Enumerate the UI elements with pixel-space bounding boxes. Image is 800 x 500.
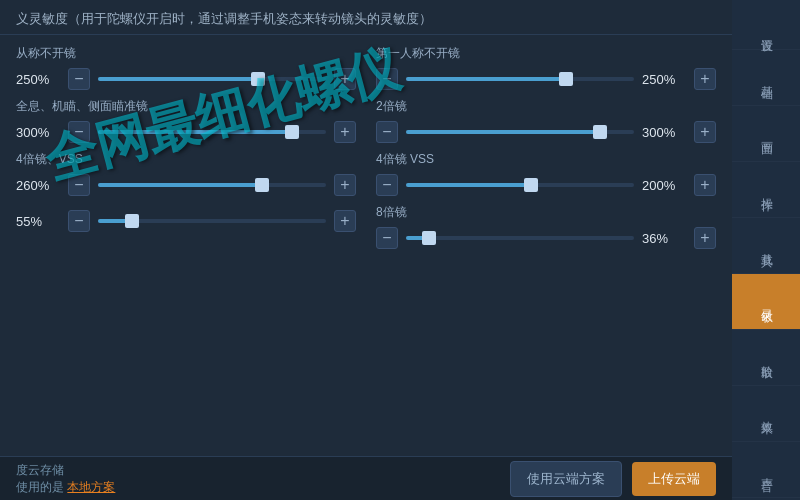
slider-plus-full-scope[interactable]: +	[334, 121, 356, 143]
slider-thumb[interactable]	[255, 178, 269, 192]
slider-minus-4x-left[interactable]: −	[68, 174, 90, 196]
local-plan-prefix: 使用的是	[16, 480, 64, 494]
description-text: 义灵敏度（用于陀螺仪开启时，通过调整手机姿态来转动镜头的灵敏度）	[16, 11, 432, 26]
slider-value-full-scope: 300%	[16, 125, 60, 140]
slider-thumb[interactable]	[125, 214, 139, 228]
slider-plus-8x[interactable]: +	[694, 227, 716, 249]
slider-group-8x: 8倍镜 − 36% +	[376, 204, 716, 249]
slider-group-4x-left: 4倍镜、VSS 260% − +	[16, 151, 356, 196]
sidebar-item-sensitivity[interactable]: 灵敏	[732, 274, 800, 330]
slider-group-third-person: 从称不开镜 250% − +	[16, 45, 356, 90]
slider-fill	[98, 130, 292, 134]
slider-thumb[interactable]	[285, 125, 299, 139]
slider-track-bottom-left[interactable]	[98, 212, 326, 230]
slider-track-bg	[406, 236, 634, 240]
slider-group-2x: 2倍镜 − 300% +	[376, 98, 716, 143]
slider-value-4x-right: 200%	[642, 178, 686, 193]
local-plan-link[interactable]: 本地方案	[67, 480, 115, 494]
slider-track-bg	[98, 77, 326, 81]
slider-row-4x-left: 260% − +	[16, 174, 356, 196]
sidebar-item-controls[interactable]: 操作	[732, 162, 800, 218]
slider-plus-third-person[interactable]: +	[334, 68, 356, 90]
slider-track-first-person[interactable]	[406, 70, 634, 88]
slider-minus-full-scope[interactable]: −	[68, 121, 90, 143]
slider-fill	[406, 183, 531, 187]
slider-row-third-person: 250% − +	[16, 68, 356, 90]
slider-thumb[interactable]	[251, 72, 265, 86]
slider-track-8x[interactable]	[406, 229, 634, 247]
slider-label-4x-left: 4倍镜、VSS	[16, 151, 356, 168]
slider-plus-4x-right[interactable]: +	[694, 174, 716, 196]
slider-label-8x: 8倍镜	[376, 204, 716, 221]
slider-label-first-person: 第一人称不开镜	[376, 45, 716, 62]
storage-label: 度云存储	[16, 463, 64, 477]
slider-value-third-person: 250%	[16, 72, 60, 87]
slider-fill	[98, 183, 262, 187]
slider-label-third-person: 从称不开镜	[16, 45, 356, 62]
footer-storage-info: 度云存储 使用的是 本地方案	[16, 462, 500, 496]
slider-thumb[interactable]	[422, 231, 436, 245]
slider-row-8x: − 36% +	[376, 227, 716, 249]
sidebar-item-effects[interactable]: 效果	[732, 386, 800, 442]
slider-group-4x-right: 4倍镜 VSS − 200% +	[376, 151, 716, 196]
slider-minus-first-person[interactable]: −	[376, 68, 398, 90]
slider-row-2x: − 300% +	[376, 121, 716, 143]
slider-label-4x-right: 4倍镜 VSS	[376, 151, 716, 168]
slider-minus-2x[interactable]: −	[376, 121, 398, 143]
cloud-use-button[interactable]: 使用云端方案	[510, 461, 622, 497]
slider-minus-8x[interactable]: −	[376, 227, 398, 249]
slider-track-4x-left[interactable]	[98, 176, 326, 194]
sidebar-item-basic[interactable]: 基础	[732, 50, 800, 106]
slider-group-bottom-left: 55% − +	[16, 204, 356, 249]
footer: 度云存储 使用的是 本地方案 使用云端方案 上传云端	[0, 456, 732, 500]
slider-track-2x[interactable]	[406, 123, 634, 141]
slider-group-full-scope: 全息、机瞄、侧面瞄准镜 300% − +	[16, 98, 356, 143]
slider-track-4x-right[interactable]	[406, 176, 634, 194]
slider-group-first-person: 第一人称不开镜 − 250% +	[376, 45, 716, 90]
slider-fill	[406, 130, 600, 134]
slider-track-bg	[98, 219, 326, 223]
sidebar-item-pickup[interactable]: 拾取	[732, 330, 800, 386]
sidebar-title: 设置	[732, 10, 800, 50]
slider-plus-2x[interactable]: +	[694, 121, 716, 143]
slider-fill	[98, 77, 258, 81]
slider-value-4x-left: 260%	[16, 178, 60, 193]
slider-value-2x: 300%	[642, 125, 686, 140]
slider-value-bottom-left: 55%	[16, 214, 60, 229]
slider-plus-4x-left[interactable]: +	[334, 174, 356, 196]
sidebar-item-vehicle[interactable]: 载具	[732, 218, 800, 274]
slider-thumb[interactable]	[593, 125, 607, 139]
slider-plus-first-person[interactable]: +	[694, 68, 716, 90]
slider-row-first-person: − 250% +	[376, 68, 716, 90]
slider-track-bg	[98, 130, 326, 134]
slider-label-2x: 2倍镜	[376, 98, 716, 115]
slider-plus-bottom-left[interactable]: +	[334, 210, 356, 232]
slider-label-full-scope: 全息、机瞄、侧面瞄准镜	[16, 98, 356, 115]
slider-minus-4x-right[interactable]: −	[376, 174, 398, 196]
slider-value-8x: 36%	[642, 231, 686, 246]
slider-minus-third-person[interactable]: −	[68, 68, 90, 90]
slider-track-bg	[406, 183, 634, 187]
cloud-upload-button[interactable]: 上传云端	[632, 462, 716, 496]
slider-track-bg	[406, 130, 634, 134]
sidebar: 设置 基础 画面 操作 载具 灵敏 拾取 效果 声音	[732, 0, 800, 500]
slider-track-third-person[interactable]	[98, 70, 326, 88]
sidebar-item-sound[interactable]: 声音	[732, 442, 800, 498]
slider-thumb[interactable]	[524, 178, 538, 192]
slider-thumb[interactable]	[559, 72, 573, 86]
sliders-grid: 从称不开镜 250% − + 第一人称不开镜 −	[0, 35, 732, 259]
slider-track-bg	[406, 77, 634, 81]
sidebar-item-screen[interactable]: 画面	[732, 106, 800, 162]
slider-row-bottom-left: 55% − +	[16, 210, 356, 232]
page-description: 义灵敏度（用于陀螺仪开启时，通过调整手机姿态来转动镜头的灵敏度）	[0, 0, 732, 35]
slider-track-full-scope[interactable]	[98, 123, 326, 141]
slider-fill	[406, 77, 566, 81]
slider-row-full-scope: 300% − +	[16, 121, 356, 143]
slider-track-bg	[98, 183, 326, 187]
slider-row-4x-right: − 200% +	[376, 174, 716, 196]
slider-minus-bottom-left[interactable]: −	[68, 210, 90, 232]
main-content: 义灵敏度（用于陀螺仪开启时，通过调整手机姿态来转动镜头的灵敏度） 从称不开镜 2…	[0, 0, 732, 500]
slider-value-first-person: 250%	[642, 72, 686, 87]
